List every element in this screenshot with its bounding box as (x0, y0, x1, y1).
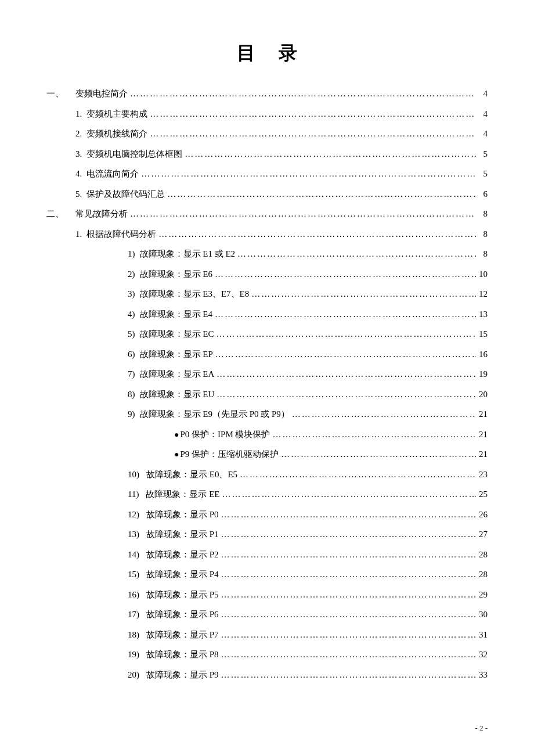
toc-leader-dots (182, 144, 476, 164)
toc-item-number: 20) (128, 665, 139, 685)
toc-page-number: 23 (476, 465, 488, 485)
toc-leader-dots (214, 364, 476, 384)
toc-leader-dots (128, 84, 476, 104)
toc-page-number: 27 (476, 524, 488, 545)
table-of-contents: 一、变频电控简介41.变频机主要构成42.变频机接线简介43.变频机电脑控制总体… (46, 84, 488, 685)
toc-entry: ●P0 保护：IPM 模块保护21 (46, 424, 488, 445)
toc-item-text: 故障现象：显示 P9 (146, 665, 219, 685)
toc-page-number: 29 (476, 585, 488, 605)
toc-leader-dots (270, 424, 477, 445)
toc-entry: 3)故障现象：显示 E3、E7、E812 (46, 284, 488, 304)
toc-entry: 1)故障现象：显示 E1 或 E28 (46, 244, 488, 264)
toc-page-number: 19 (476, 364, 488, 384)
toc-leader-dots (219, 545, 476, 565)
toc-entry: 13)故障现象：显示 P127 (46, 524, 488, 545)
toc-item-text: 故障现象：显示 P1 (146, 524, 219, 545)
toc-item-text: P9 保护：压缩机驱动保护 (180, 444, 279, 465)
toc-leader-dots (212, 264, 476, 285)
toc-entry: 2.变频机接线简介4 (46, 124, 488, 144)
toc-section-number: 二、 (46, 204, 75, 224)
toc-item-number: 19) (128, 645, 139, 665)
toc-item-text: 故障现象：显示 P2 (146, 545, 219, 565)
toc-leader-dots (147, 104, 476, 124)
toc-leader-dots (219, 604, 476, 625)
toc-item-number: 16) (128, 585, 139, 605)
toc-entry: 17)故障现象：显示 P630 (46, 604, 488, 625)
toc-item-number: 3) (128, 284, 135, 304)
toc-item-number: 1. (75, 104, 82, 124)
toc-item-text: 故障现象：显示 EC (140, 324, 214, 344)
toc-item-text: 故障现象：显示 P4 (146, 564, 219, 585)
toc-item-number: 1) (128, 244, 135, 264)
toc-page-number: 32 (476, 645, 488, 665)
toc-page-number: 21 (476, 444, 488, 465)
toc-item-text: 故障现象：显示 E0、E5 (146, 465, 237, 485)
toc-leader-dots (165, 184, 476, 204)
toc-entry: 5.保护及故障代码汇总6 (46, 184, 488, 204)
toc-item-text: 变频机接线简介 (86, 124, 147, 144)
toc-leader-dots (219, 564, 476, 585)
toc-item-number: 12) (128, 505, 139, 525)
toc-item-number: 9) (128, 404, 135, 424)
toc-page-number: 26 (476, 505, 488, 525)
toc-leader-dots (220, 484, 476, 505)
toc-leader-dots (279, 444, 476, 465)
toc-page-number: 4 (476, 104, 488, 124)
toc-item-text: 故障现象：显示 P5 (146, 585, 219, 605)
toc-leader-dots (214, 384, 476, 405)
toc-leader-dots (235, 244, 476, 264)
toc-item-text: 变频电控简介 (75, 84, 128, 104)
toc-page-number: 16 (476, 344, 488, 365)
toc-page-number: 20 (476, 384, 488, 405)
bullet-icon: ● (174, 445, 179, 464)
toc-entry: 二、常见故障分析8 (46, 204, 488, 224)
toc-item-text: 常见故障分析 (75, 204, 128, 224)
toc-entry: 12)故障现象：显示 P026 (46, 505, 488, 525)
toc-page-number: 31 (476, 625, 488, 645)
toc-page-number: 28 (476, 545, 488, 565)
toc-entry: 一、变频电控简介4 (46, 84, 488, 104)
toc-page-number: 4 (476, 124, 488, 144)
toc-item-text: 故障现象：显示 E3、E7、E8 (140, 284, 250, 304)
toc-page-number: 28 (476, 564, 488, 585)
toc-leader-dots (219, 625, 476, 645)
toc-page-number: 8 (476, 204, 488, 224)
document-title: 目录 (46, 41, 488, 66)
toc-item-text: 故障现象：显示 E9（先显示 P0 或 P9） (140, 404, 290, 424)
toc-page-number: 4 (476, 84, 488, 104)
toc-page-number: 15 (476, 324, 488, 344)
toc-section-number: 一、 (46, 84, 75, 104)
toc-entry: 6)故障现象：显示 EP16 (46, 344, 488, 365)
toc-page-number: 10 (476, 264, 488, 285)
toc-page-number: 13 (476, 304, 488, 325)
toc-item-text: 变频机主要构成 (86, 104, 147, 124)
toc-page-number: 12 (476, 284, 488, 304)
toc-leader-dots (147, 124, 476, 144)
toc-item-number: 13) (128, 524, 139, 545)
toc-item-number: 6) (128, 344, 135, 365)
toc-item-number: 1. (75, 224, 82, 244)
toc-item-text: 故障现象：显示 P6 (146, 604, 219, 625)
toc-leader-dots (249, 284, 476, 304)
toc-item-text: 故障现象：显示 P8 (146, 645, 219, 665)
toc-item-number: 2) (128, 264, 135, 285)
toc-page-number: 30 (476, 604, 488, 625)
toc-entry: 10)故障现象：显示 E0、E523 (46, 465, 488, 485)
toc-entry: 16)故障现象：显示 P529 (46, 585, 488, 605)
toc-item-number: 17) (128, 604, 139, 625)
toc-item-text: 故障现象：显示 P7 (146, 625, 219, 645)
toc-item-number: 7) (128, 364, 135, 384)
toc-item-number: 2. (75, 124, 82, 144)
toc-entry: 15)故障现象：显示 P428 (46, 564, 488, 585)
toc-entry: 20)故障现象：显示 P933 (46, 665, 488, 685)
toc-leader-dots (139, 164, 476, 184)
toc-entry: 1.变频机主要构成4 (46, 104, 488, 124)
toc-entry: 19)故障现象：显示 P832 (46, 645, 488, 665)
toc-item-text: 变频机电脑控制总体框图 (86, 144, 182, 164)
toc-item-number: 11) (128, 484, 139, 505)
toc-leader-dots (212, 304, 476, 325)
toc-item-text: 故障现象：显示 E6 (140, 264, 212, 285)
toc-entry: 7)故障现象：显示 EA19 (46, 364, 488, 384)
toc-item-text: P0 保护：IPM 模块保护 (180, 424, 270, 445)
toc-entry: 3.变频机电脑控制总体框图5 (46, 144, 488, 164)
